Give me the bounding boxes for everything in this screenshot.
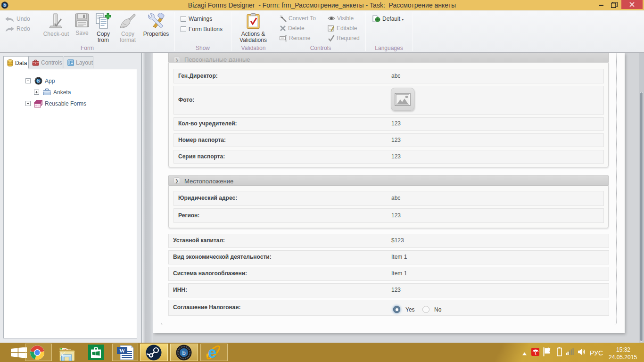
svg-text:e: e: [208, 345, 216, 360]
svg-text:W: W: [119, 347, 125, 354]
svg-text:b: b: [182, 349, 185, 356]
svg-text:b: b: [37, 78, 40, 83]
